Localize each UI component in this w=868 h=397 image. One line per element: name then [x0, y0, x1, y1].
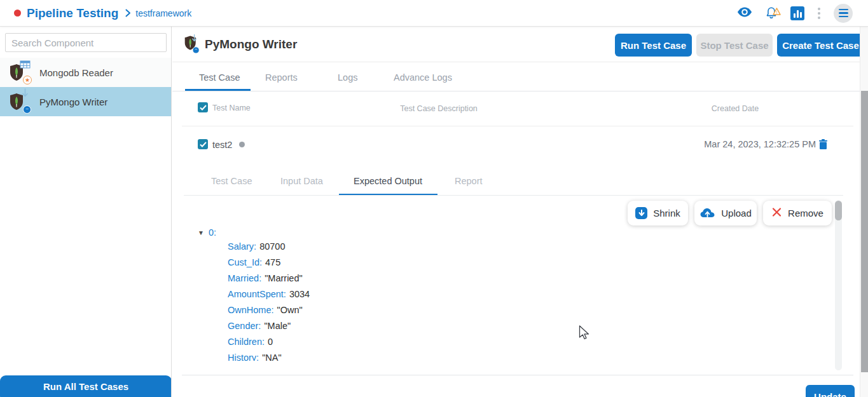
page-title: ~ PyMongo Writer — [184, 35, 297, 54]
json-value: "Male" — [264, 321, 291, 331]
search-input[interactable] — [5, 33, 167, 52]
pymongo-writer-icon: ~ — [9, 91, 31, 112]
status-dot-icon — [239, 142, 245, 147]
component-sidebar: ★ Mongodb Reader ~ PyMongo Writer Run Al… — [0, 27, 172, 397]
update-button[interactable]: Update — [806, 385, 855, 397]
sidebar-item-mongodb-reader[interactable]: ★ Mongodb Reader — [0, 58, 171, 87]
select-all-checkbox[interactable] — [198, 102, 208, 112]
eye-icon[interactable] — [737, 6, 752, 20]
content-scrollbar-track[interactable] — [835, 200, 842, 370]
svg-text:!: ! — [776, 10, 778, 15]
kebab-menu-icon[interactable] — [816, 6, 822, 20]
remove-x-icon — [771, 207, 782, 219]
row-checkbox[interactable] — [198, 139, 208, 149]
sidebar-item-label: PyMongo Writer — [39, 97, 107, 107]
json-key: History: — [228, 353, 259, 361]
list-menu-icon[interactable] — [834, 4, 853, 23]
mongodb-reader-icon: ★ — [9, 62, 31, 83]
json-key: Cust_Id: — [228, 257, 262, 267]
footer-divider — [182, 375, 853, 375]
page-title-text: PyMongo Writer — [205, 37, 297, 51]
json-value: 80700 — [259, 241, 285, 252]
subtab-expected-output[interactable]: Expected Output — [354, 176, 422, 186]
subtab-test-case[interactable]: Test Case — [211, 176, 252, 186]
sidebar-item-label: Mongodb Reader — [39, 67, 113, 78]
json-value: 0 — [268, 337, 273, 347]
table-mini-icon — [20, 60, 31, 71]
run-all-test-cases-button[interactable]: Run All Test Cases — [0, 375, 172, 397]
upload-button[interactable]: Upload — [694, 201, 757, 225]
expected-output-json-viewer: ▼ 0: Salary:80700 Cust_Id:475 Married:"M… — [198, 227, 605, 361]
tab-logs[interactable]: Logs — [338, 72, 357, 83]
down-arrow-mini-icon — [191, 34, 197, 46]
json-field-row: Salary:80700 — [228, 241, 285, 252]
topbar-icon-group: ! — [737, 4, 853, 23]
json-node-toggle[interactable]: ▼ 0: — [198, 227, 216, 238]
breadcrumb-chevron-icon — [125, 9, 131, 17]
main-panel: ~ PyMongo Writer Run Test Case Stop Test… — [172, 27, 860, 397]
notification-bell-icon[interactable]: ! — [764, 6, 778, 20]
subtabs-divider — [184, 195, 843, 196]
header-divider — [172, 62, 860, 62]
pymongo-writer-title-icon: ~ — [184, 36, 199, 53]
column-header-test-name: Test Name — [212, 104, 251, 112]
shrink-icon — [635, 207, 647, 219]
run-test-case-button[interactable]: Run Test Case — [615, 34, 692, 57]
app-title[interactable]: Pipeline Testing — [27, 6, 118, 20]
json-value: 475 — [265, 257, 280, 267]
warning-triangle-icon: ! — [773, 6, 781, 18]
writer-badge-icon: ~ — [193, 46, 200, 53]
json-field-row: Children:0 — [228, 337, 273, 347]
tab-test-case[interactable]: Test Case — [199, 72, 240, 83]
upload-label: Upload — [721, 208, 752, 219]
subtab-report[interactable]: Report — [455, 176, 483, 186]
tab-advance-logs[interactable]: Advance Logs — [394, 72, 452, 83]
upload-cloud-icon — [699, 207, 715, 220]
sidebar-item-pymongo-writer[interactable]: ~ PyMongo Writer — [0, 87, 171, 116]
page-scrollbar-thumb[interactable] — [861, 91, 868, 372]
json-key: Married: — [228, 273, 261, 283]
delete-test-case-button[interactable] — [818, 138, 828, 152]
collapse-triangle-icon[interactable]: ▼ — [198, 229, 204, 236]
trash-icon — [818, 142, 828, 152]
page-scrollbar-track[interactable] — [860, 27, 868, 397]
created-date-value: Mar 24, 2023, 12:32:25 PM — [704, 139, 816, 149]
json-field-row: Cust_Id:475 — [228, 257, 280, 267]
top-navigation-bar: Pipeline Testing testframework ! — [0, 0, 868, 27]
brand-dot-icon — [14, 10, 21, 17]
json-key: OwnHome: — [228, 305, 274, 315]
json-key: Gender: — [228, 321, 261, 331]
test-case-name[interactable]: test2 — [212, 140, 232, 150]
subtab-input-data[interactable]: Input Data — [280, 176, 323, 186]
json-value: "Married" — [265, 273, 302, 283]
tab-reports[interactable]: Reports — [265, 72, 298, 83]
content-scrollbar-thumb[interactable] — [835, 201, 842, 220]
json-field-row: History:"NA" — [228, 353, 282, 361]
json-key: Children: — [228, 337, 265, 347]
json-value: "NA" — [262, 353, 281, 361]
writer-badge-icon: ~ — [23, 105, 31, 114]
breadcrumb[interactable]: testframework — [135, 8, 191, 18]
json-field-row: Married:"Married" — [228, 273, 303, 283]
table-header-divider — [182, 126, 853, 126]
json-value: 3034 — [289, 289, 310, 299]
stop-test-case-button[interactable]: Stop Test Case — [696, 34, 773, 57]
shrink-label: Shrink — [653, 208, 680, 219]
remove-button[interactable]: Remove — [763, 201, 832, 225]
json-key: Salary: — [228, 241, 256, 252]
create-test-case-button[interactable]: Create Test Case — [777, 34, 860, 57]
tabs-divider — [172, 91, 860, 91]
star-badge-icon: ★ — [23, 76, 32, 84]
json-field-row: Gender:"Male" — [228, 321, 291, 331]
down-arrow-mini-icon — [22, 88, 29, 101]
shrink-button[interactable]: Shrink — [628, 201, 688, 225]
remove-label: Remove — [788, 208, 823, 219]
json-key: AmountSpent: — [228, 289, 286, 299]
json-value: "Own" — [277, 305, 303, 315]
column-header-description: Test Case Description — [400, 104, 478, 113]
bar-chart-icon[interactable] — [790, 6, 804, 20]
json-field-row: AmountSpent:3034 — [228, 289, 310, 299]
json-field-row: OwnHome:"Own" — [228, 305, 303, 315]
column-header-created-date: Created Date — [712, 104, 759, 113]
json-node-label: 0: — [209, 227, 216, 238]
